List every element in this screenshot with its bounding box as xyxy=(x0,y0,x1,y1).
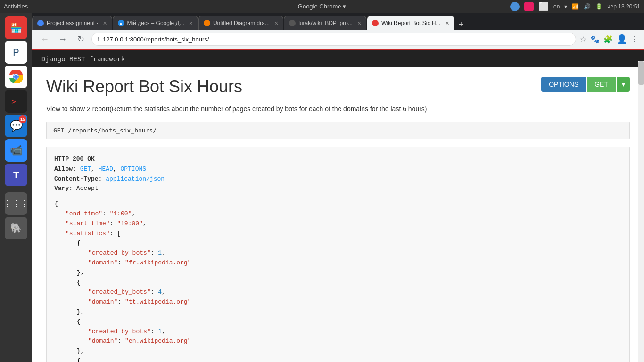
appstore-icon: 🏪 xyxy=(10,22,22,33)
tab1-close[interactable]: × xyxy=(103,19,107,27)
tab-diagram[interactable]: Untitled Diagram.dra... × xyxy=(198,16,283,30)
back-button[interactable]: ← xyxy=(38,32,52,46)
new-tab-button[interactable]: + xyxy=(455,20,468,30)
address-bar: ← → ↻ ℹ 127.0.0.1:8000/reports/bots_six_… xyxy=(32,30,644,49)
page-title: Wiki Report Bot Six Hours xyxy=(46,77,242,97)
dropdown-icon[interactable]: ▾ xyxy=(343,3,346,10)
get-button[interactable]: GET xyxy=(587,77,616,92)
tab2-close[interactable]: × xyxy=(189,19,193,27)
page-description: View to show 2 report(Return the statist… xyxy=(46,104,630,114)
vary-label: Vary: xyxy=(54,185,73,192)
content-type-value: application/json xyxy=(106,175,165,182)
time-display: чер 13 20:51 xyxy=(607,3,640,10)
django-header: Django REST framework xyxy=(32,50,644,67)
forward-button[interactable]: → xyxy=(56,32,70,46)
tab-google-drive[interactable]: ▲ Мій диск – Google Д... × xyxy=(113,16,198,30)
tab4-close[interactable]: × xyxy=(357,19,361,27)
tab-bar: Project assignment - × ▲ Мій диск – Goog… xyxy=(32,13,644,30)
volume-icon: 🔊 xyxy=(584,3,591,10)
http-status: HTTP 200 OK xyxy=(54,156,95,163)
tab1-favicon xyxy=(37,20,44,26)
browser-label: Google Chrome xyxy=(298,3,341,10)
tab-wiki-report[interactable]: Wiki Report Bot Six H... × xyxy=(367,16,454,30)
terminal-icon: >_ xyxy=(11,97,20,106)
tab4-title: lurak/wiki_BDP_pro... xyxy=(298,20,353,26)
title-row: Wiki Report Bot Six Hours OPTIONS GET ▾ xyxy=(46,77,630,97)
tab5-title: Wiki Report Bot Six H... xyxy=(381,20,440,26)
battery-icon: 🔋 xyxy=(595,3,603,10)
sidebar-item-appstore[interactable]: 🏪 xyxy=(5,16,27,39)
options-button[interactable]: OPTIONS xyxy=(541,77,586,92)
extension-icon2[interactable]: 🧩 xyxy=(603,35,613,44)
response-area: HTTP 200 OK Allow: GET, HEAD, OPTIONS Co… xyxy=(46,147,630,362)
django-title: Django REST framework xyxy=(41,55,125,63)
system-icon-2 xyxy=(524,2,534,11)
allow-get: GET xyxy=(80,165,91,173)
allow-options: OPTIONS xyxy=(120,165,146,173)
allow-head: HEAD xyxy=(99,165,113,173)
sidebar-item-chrome[interactable] xyxy=(5,66,27,88)
tab3-close[interactable]: × xyxy=(274,19,278,27)
sidebar-divider xyxy=(7,189,25,189)
extension-icon1[interactable]: 🐾 xyxy=(590,35,600,44)
allow-label: Allow: xyxy=(54,165,76,173)
tab1-title: Project assignment - xyxy=(47,20,98,26)
svg-point-2 xyxy=(14,75,18,79)
tab4-favicon xyxy=(289,20,296,26)
url-text: 127.0.0.1:8000/reports/bots_six_hours/ xyxy=(103,36,570,43)
avatar-icon[interactable]: 👤 xyxy=(617,34,627,44)
tab-lurak[interactable]: lurak/wiki_BDP_pro... × xyxy=(284,16,366,30)
url-path: /reports/bots_six_hours/ xyxy=(68,127,157,134)
system-icon-3: ⬜ xyxy=(538,1,549,12)
activities-label[interactable]: Activities xyxy=(4,3,28,10)
locale-dropdown-icon[interactable]: ▾ xyxy=(564,3,567,10)
scrollbar-track[interactable] xyxy=(638,61,644,362)
tab-project-assignment[interactable]: Project assignment - × xyxy=(32,16,112,30)
tab3-title: Untitled Diagram.dra... xyxy=(213,20,270,26)
tab3-favicon xyxy=(204,20,210,26)
tab2-favicon: ▲ xyxy=(118,20,124,26)
sidebar-item-db[interactable]: 🐘 xyxy=(5,217,27,239)
sidebar-item-teams[interactable]: T xyxy=(5,164,27,186)
zoom-icon: 📹 xyxy=(10,144,23,156)
teams-icon: T xyxy=(13,170,19,181)
sidebar-item-grid[interactable]: ⋮⋮⋮ xyxy=(5,192,27,215)
reload-button[interactable]: ↻ xyxy=(74,32,88,46)
sidebar-item-chat[interactable]: 💬 15 xyxy=(5,115,27,137)
menu-icon[interactable]: ⋮ xyxy=(631,35,638,44)
sidebar: 🏪 P >_ 💬 15 📹 T xyxy=(0,13,32,362)
ide-icon: P xyxy=(13,47,19,58)
db-icon: 🐘 xyxy=(10,222,22,234)
sidebar-item-ide[interactable]: P xyxy=(5,41,27,64)
vary-value: Accept xyxy=(76,185,99,192)
grid-icon: ⋮⋮⋮ xyxy=(3,198,29,209)
get-dropdown-button[interactable]: ▾ xyxy=(617,77,630,92)
locale-label: en xyxy=(553,3,560,10)
main-content: Wiki Report Bot Six Hours OPTIONS GET ▾ … xyxy=(32,67,644,362)
tab5-close[interactable]: × xyxy=(445,19,449,27)
url-display: GET /reports/bots_six_hours/ xyxy=(46,122,630,139)
star-icon[interactable]: ☆ xyxy=(580,35,586,44)
url-method: GET xyxy=(53,127,64,134)
tab5-favicon xyxy=(372,20,379,26)
chat-badge: 15 xyxy=(19,115,26,123)
sidebar-item-terminal[interactable]: >_ xyxy=(5,90,27,113)
url-bar[interactable]: ℹ 127.0.0.1:8000/reports/bots_six_hours/ xyxy=(91,33,576,46)
system-icon-1 xyxy=(510,2,520,11)
content-type-label: Content-Type: xyxy=(54,175,102,182)
chrome-icon xyxy=(9,70,23,83)
json-block: { "end_time": "1:00", "start_time": "19:… xyxy=(54,199,622,362)
browser-window: Project assignment - × ▲ Мій диск – Goog… xyxy=(32,13,644,362)
lock-icon: ℹ xyxy=(98,36,100,43)
action-buttons: OPTIONS GET ▾ xyxy=(541,77,630,92)
wifi-icon: 📶 xyxy=(572,3,579,10)
scrollbar-thumb[interactable] xyxy=(638,61,644,85)
tab2-title: Мій диск – Google Д... xyxy=(127,20,184,26)
sidebar-item-zoom[interactable]: 📹 xyxy=(5,139,27,162)
taskbar-top: Activities Google Chrome ▾ ⬜ en ▾ 📶 🔊 🔋 … xyxy=(0,0,644,13)
